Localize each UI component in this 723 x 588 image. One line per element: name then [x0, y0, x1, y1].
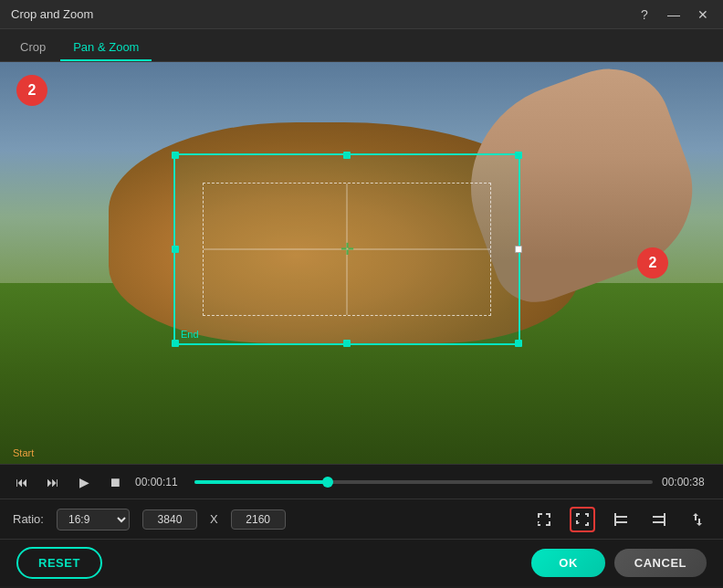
title-bar: Crop and Zoom ? — ✕ [0, 0, 723, 29]
svg-rect-5 [664, 513, 665, 526]
handle-mid-left[interactable] [172, 246, 179, 253]
green-crosshair-icon: ✛ [341, 239, 354, 259]
align-left-icon-button[interactable] [608, 507, 634, 532]
handle-top-left[interactable] [172, 152, 179, 159]
cancel-button[interactable]: CANCEL [614, 549, 707, 577]
crop-selection-box[interactable]: ✛ End [173, 153, 520, 345]
badge-top-left: 2 [16, 75, 47, 106]
reset-button[interactable]: RESET [16, 547, 102, 579]
progress-handle[interactable] [322, 477, 333, 488]
title-text: Crop and Zoom [11, 7, 93, 21]
handle-bottom-right[interactable] [515, 340, 522, 347]
tab-pan-zoom[interactable]: Pan & Zoom [60, 35, 152, 61]
tabs-bar: Crop Pan & Zoom [0, 29, 723, 62]
skip-back-button[interactable]: ⏮ [11, 471, 33, 493]
play-button[interactable]: ▶ [73, 471, 95, 493]
stop-button[interactable]: ⏹ [104, 471, 126, 493]
handle-bottom-left[interactable] [172, 340, 179, 347]
align-right-icon-button[interactable] [646, 507, 672, 532]
ratio-label: Ratio: [13, 512, 44, 526]
progress-fill [194, 480, 328, 484]
close-button[interactable]: ✕ [694, 5, 712, 24]
dimension-x-label: X [210, 512, 218, 526]
footer-bar: RESET OK CANCEL [0, 539, 723, 586]
handle-mid-right[interactable] [515, 246, 522, 253]
expand-icon-button[interactable] [570, 507, 595, 532]
svg-rect-4 [653, 521, 665, 523]
width-input[interactable]: 3840 [142, 509, 197, 530]
time-end: 00:00:38 [662, 476, 712, 488]
controls-bar: ⏮ ⏭ ▶ ⏹ 00:00:11 00:00:38 [0, 464, 723, 499]
swap-icon-button[interactable] [685, 507, 710, 532]
progress-bar[interactable] [194, 480, 653, 484]
time-current: 00:00:11 [135, 476, 185, 488]
video-container: 2 2 ✛ End Start [0, 62, 723, 464]
height-input[interactable]: 2160 [231, 509, 286, 530]
title-controls: ? — ✕ [635, 5, 712, 24]
handle-bottom-mid[interactable] [343, 340, 351, 347]
end-label: End [181, 329, 199, 340]
tab-crop[interactable]: Crop [7, 35, 58, 61]
handle-top-right[interactable] [515, 152, 522, 159]
frame-back-button[interactable]: ⏭ [42, 471, 64, 493]
start-label: Start [13, 447, 34, 458]
badge-mid-right: 2 [637, 247, 668, 278]
svg-rect-0 [614, 516, 627, 518]
ratio-select[interactable]: 16:9 4:3 1:1 9:16 Custom [57, 509, 130, 530]
ok-button[interactable]: OK [531, 549, 605, 577]
svg-rect-3 [653, 516, 665, 518]
svg-rect-2 [614, 513, 616, 526]
svg-rect-1 [614, 521, 627, 523]
settings-bar: Ratio: 16:9 4:3 1:1 9:16 Custom 3840 X 2… [0, 499, 723, 539]
fit-icon-button[interactable] [531, 507, 557, 532]
help-button[interactable]: ? [635, 5, 654, 24]
minimize-button[interactable]: — [665, 5, 683, 24]
ok-cancel-group: OK CANCEL [531, 549, 707, 577]
handle-top-mid[interactable] [343, 152, 351, 159]
